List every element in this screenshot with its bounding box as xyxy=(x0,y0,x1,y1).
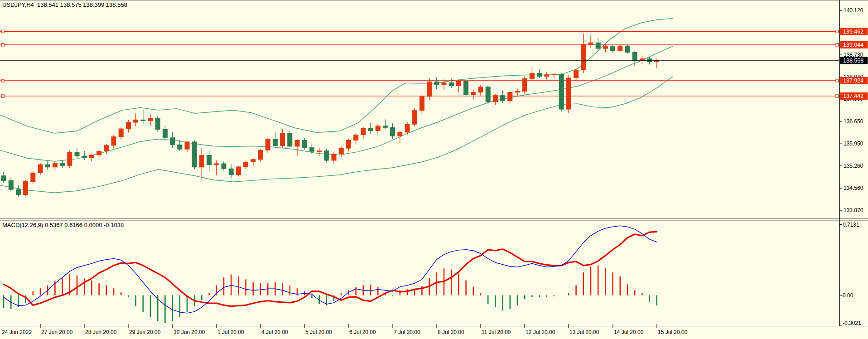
svg-text:24 Jun 2022: 24 Jun 2022 xyxy=(2,329,32,335)
svg-text:14 Jul 20:00: 14 Jul 20:00 xyxy=(614,329,644,335)
svg-text:136.650: 136.650 xyxy=(844,118,863,125)
svg-text:13 Jul 20:00: 13 Jul 20:00 xyxy=(569,329,599,335)
svg-text:0.7131: 0.7131 xyxy=(843,222,859,228)
svg-text:133.870: 133.870 xyxy=(844,207,863,213)
svg-text:134.560: 134.560 xyxy=(844,185,863,191)
svg-text:7 Jul 20:00: 7 Jul 20:00 xyxy=(394,329,420,335)
svg-text:0.00: 0.00 xyxy=(843,292,854,299)
svg-text:29 Jun 20:00: 29 Jun 20:00 xyxy=(129,329,161,335)
svg-text:5 Jul 20:00: 5 Jul 20:00 xyxy=(305,329,332,335)
svg-text:137.442: 137.442 xyxy=(843,93,863,99)
svg-text:8 Jul 20:00: 8 Jul 20:00 xyxy=(438,329,464,335)
svg-text:30 Jun 20:00: 30 Jun 20:00 xyxy=(174,329,205,335)
svg-text:139.044: 139.044 xyxy=(843,42,863,48)
chart-canvas[interactable]: 140.120138.730138.040137.350136.650135.9… xyxy=(0,0,868,339)
svg-text:140.120: 140.120 xyxy=(844,7,863,14)
svg-text:1 Jul 20:00: 1 Jul 20:00 xyxy=(217,329,244,335)
svg-text:139.462: 139.462 xyxy=(843,29,863,35)
macd-indicator-label: MACD(12,26,9) 0.5367 0.6166 0.0000 -0.10… xyxy=(2,222,124,228)
chart-background xyxy=(0,0,868,339)
svg-text:27 Jun 20:00: 27 Jun 20:00 xyxy=(41,329,73,335)
mt4-chart-window: 140.120138.730138.040137.350136.650135.9… xyxy=(0,0,868,339)
svg-text:15 Jul 20:00: 15 Jul 20:00 xyxy=(658,329,688,335)
svg-text:4 Jul 20:00: 4 Jul 20:00 xyxy=(261,329,288,335)
symbol-title: USDJPY,H4 138.541 138.575 138.399 138.55… xyxy=(2,1,127,8)
svg-text:138.558: 138.558 xyxy=(843,58,863,64)
svg-text:137.924: 137.924 xyxy=(843,77,863,84)
svg-text:135.260: 135.260 xyxy=(844,163,863,169)
svg-text:12 Jul 20:00: 12 Jul 20:00 xyxy=(526,329,555,335)
svg-text:28 Jun 20:00: 28 Jun 20:00 xyxy=(85,329,117,335)
svg-text:-0.3021: -0.3021 xyxy=(843,320,861,326)
svg-text:135.950: 135.950 xyxy=(844,140,863,147)
svg-text:11 Jul 20:00: 11 Jul 20:00 xyxy=(482,329,511,335)
svg-text:6 Jul 20:00: 6 Jul 20:00 xyxy=(349,329,376,335)
